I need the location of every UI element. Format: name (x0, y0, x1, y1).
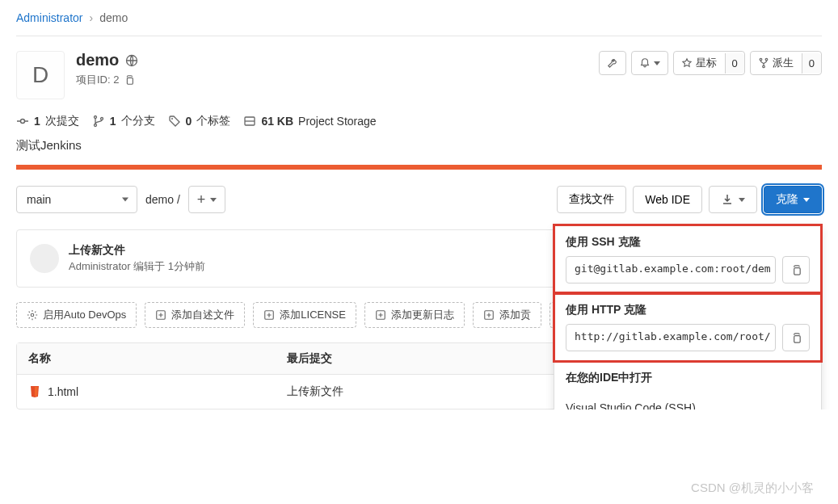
plus-square-icon (483, 309, 495, 321)
fork-label: 派生 (773, 56, 794, 70)
chevron-down-icon (739, 198, 745, 202)
ide-vscode-ssh[interactable]: Visual Studio Code (SSH) (554, 395, 821, 410)
plus-square-icon (155, 309, 166, 321)
chip-label: 添加贡 (499, 308, 531, 322)
tag-icon (168, 115, 181, 128)
clone-button[interactable]: 克隆 (764, 186, 822, 213)
breadcrumb-parent[interactable]: Administrator (16, 11, 82, 24)
stat-commits[interactable]: 1 次提交 (16, 114, 79, 128)
copy-icon[interactable] (124, 74, 135, 86)
project-id-label: 项目ID: 2 (76, 73, 119, 87)
clone-ssh-input[interactable]: git@gitlab.example.com:root/dem (566, 256, 776, 284)
svg-point-8 (94, 124, 96, 127)
plus-square-icon (263, 309, 275, 321)
copy-http-button[interactable] (782, 324, 810, 351)
chevron-down-icon (654, 61, 660, 65)
svg-point-3 (765, 58, 768, 61)
chip-label: 添加LICENSE (280, 308, 346, 322)
bell-icon (639, 57, 651, 69)
commit-time: 1分钟前 (168, 260, 205, 272)
storage-label: Project Storage (298, 115, 377, 128)
fork-count: 0 (802, 53, 821, 74)
clone-http-input[interactable]: http://gitlab.example.com/root/ (566, 324, 776, 351)
branch-icon (92, 115, 105, 128)
file-name: 1.html (48, 385, 78, 398)
branches-label: 个分支 (121, 114, 155, 128)
storage-number: 61 KB (261, 115, 293, 128)
html-file-icon (28, 385, 41, 398)
svg-point-2 (760, 58, 762, 61)
svg-rect-11 (794, 267, 800, 274)
chip-changelog[interactable]: 添加更新日志 (364, 302, 465, 328)
warning-bar (16, 165, 822, 170)
project-description: 测试Jenkins (16, 138, 822, 165)
svg-point-6 (94, 116, 96, 119)
copy-icon (790, 332, 802, 344)
chip-autodevops[interactable]: 启用Auto DevOps (16, 302, 137, 328)
commit-author: Administrator (69, 260, 131, 272)
project-header: D demo 项目ID: 2 星标 0 派生 0 (16, 51, 822, 99)
commits-label: 次提交 (45, 114, 79, 128)
repo-toolbar: main demo / + 查找文件 Web IDE 克隆 使用 SSH 克隆 … (16, 186, 822, 213)
chip-license[interactable]: 添加LICENSE (253, 302, 356, 328)
commit-editor-word: 编辑于 (133, 260, 165, 272)
clone-ssh-label: 使用 SSH 克隆 (566, 235, 810, 250)
breadcrumb-separator: › (89, 11, 93, 24)
star-icon (681, 57, 693, 69)
repo-path: demo / (145, 193, 180, 206)
clone-dropdown: 使用 SSH 克隆 git@gitlab.example.com:root/de… (554, 225, 822, 410)
find-file-button[interactable]: 查找文件 (557, 186, 626, 213)
stat-tags[interactable]: 0 个标签 (168, 114, 231, 128)
star-button[interactable]: 星标 0 (673, 51, 745, 75)
download-button[interactable] (709, 186, 757, 213)
notifications-button[interactable] (631, 51, 668, 75)
plus-icon: + (197, 191, 206, 208)
stat-storage[interactable]: 61 KB Project Storage (243, 115, 376, 128)
clone-ssh-section: 使用 SSH 克隆 git@gitlab.example.com:root/de… (554, 225, 821, 293)
tags-label: 个标签 (196, 114, 230, 128)
storage-icon (243, 115, 256, 128)
clone-http-section: 使用 HTTP 克隆 http://gitlab.example.com/roo… (554, 293, 821, 361)
copy-ssh-button[interactable] (782, 256, 810, 284)
branch-name: main (27, 193, 51, 206)
project-avatar: D (16, 51, 65, 99)
chip-contributing[interactable]: 添加贡 (473, 302, 541, 328)
commit-subtitle: Administrator 编辑于 1分钟前 (69, 259, 205, 274)
tags-number: 0 (186, 115, 192, 128)
breadcrumb: Administrator › demo (16, 0, 822, 36)
project-actions: 星标 0 派生 0 (599, 51, 822, 75)
admin-button[interactable] (599, 51, 626, 75)
commit-icon (16, 115, 29, 128)
chip-label: 添加更新日志 (391, 308, 454, 322)
stat-branches[interactable]: 1 个分支 (92, 114, 155, 128)
chip-label: 添加自述文件 (171, 308, 234, 322)
add-button[interactable]: + (188, 186, 226, 213)
star-label: 星标 (696, 56, 717, 70)
svg-rect-12 (794, 335, 800, 342)
commits-number: 1 (34, 115, 40, 128)
plus-square-icon (375, 309, 386, 321)
fork-button[interactable]: 派生 0 (750, 51, 822, 75)
svg-point-7 (100, 118, 103, 120)
project-name: demo (76, 51, 119, 69)
chevron-down-icon (210, 198, 217, 202)
project-stats: 1 次提交 1 个分支 0 个标签 61 KB Project Storage (16, 99, 822, 138)
ide-open-label: 在您的IDE中打开 (566, 371, 810, 385)
clone-label: 克隆 (776, 192, 798, 207)
chip-label: 启用Auto DevOps (43, 308, 126, 322)
table-header-name: 名称 (28, 351, 287, 366)
svg-rect-1 (128, 78, 133, 84)
chip-readme[interactable]: 添加自述文件 (145, 302, 245, 328)
web-ide-button[interactable]: Web IDE (633, 186, 702, 213)
svg-point-13 (31, 313, 34, 317)
wrench-icon (607, 57, 618, 69)
branches-number: 1 (110, 115, 116, 128)
svg-point-4 (762, 65, 764, 68)
globe-icon (125, 54, 138, 67)
download-icon (721, 193, 734, 206)
commit-title[interactable]: 上传新文件 (69, 243, 205, 258)
divider (16, 36, 822, 36)
clone-http-label: 使用 HTTP 克隆 (566, 303, 810, 317)
chevron-down-icon (803, 198, 810, 202)
branch-select[interactable]: main (16, 186, 137, 213)
